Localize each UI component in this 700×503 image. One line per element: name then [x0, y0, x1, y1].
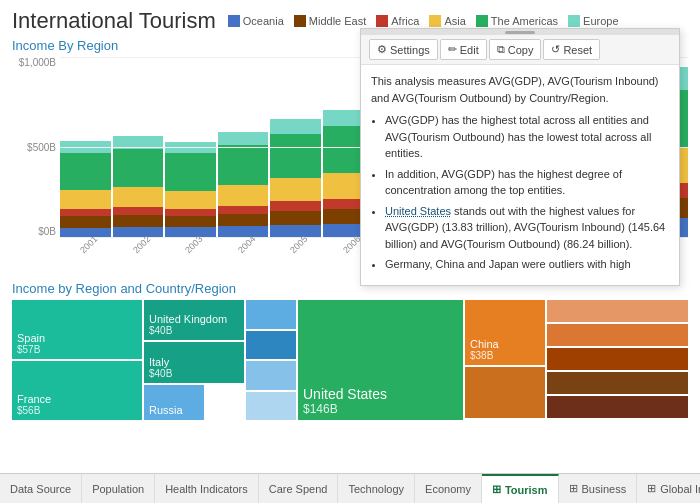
popup-toolbar: ⚙ Settings ✏ Edit ⧉ Copy ↺ Reset [361, 35, 679, 65]
legend-item: Africa [376, 15, 419, 27]
tab-icon: ⊞ [569, 482, 578, 495]
tab-label: Tourism [505, 484, 548, 496]
tab-item-data-source[interactable]: Data Source [0, 474, 82, 503]
edit-button[interactable]: ✏ Edit [440, 39, 487, 60]
legend-label: Africa [391, 15, 419, 27]
treemap-container: Spain$57BFrance$56BUnited Kingdom$40BIta… [12, 300, 688, 420]
bar-segment [270, 119, 321, 134]
tab-item-global-indica[interactable]: ⊞Global Indica [637, 474, 700, 503]
tab-label: Population [92, 483, 144, 495]
settings-icon: ⚙ [377, 43, 387, 56]
bar-segment [270, 201, 321, 210]
legend-label: Oceania [243, 15, 284, 27]
cell-name: Spain [17, 332, 137, 344]
y-axis-label: $500B [27, 142, 56, 153]
legend-label: Europe [583, 15, 618, 27]
y-axis-label: $0B [38, 226, 56, 237]
reset-icon: ↺ [551, 43, 560, 56]
bar-segment [218, 185, 269, 206]
treemap-cell-right[interactable] [547, 396, 688, 418]
tab-item-tourism[interactable]: ⊞Tourism [482, 474, 559, 503]
bar-segment [218, 145, 269, 185]
bar-segment [165, 191, 216, 210]
treemap-cell-right[interactable] [547, 324, 688, 346]
treemap-cell-small[interactable] [246, 331, 296, 360]
tab-label: Business [582, 483, 627, 495]
tab-label: Technology [348, 483, 404, 495]
legend-color [568, 15, 580, 27]
analysis-popup: ⚙ Settings ✏ Edit ⧉ Copy ↺ Reset This an… [360, 28, 680, 286]
bar-group[interactable] [270, 119, 321, 237]
treemap-col-right [547, 300, 688, 420]
bar-segment [60, 153, 111, 190]
treemap-cell-small2[interactable] [465, 367, 545, 418]
popup-content: This analysis measures AVG(GDP), AVG(Tou… [361, 65, 679, 285]
tab-item-care-spend[interactable]: Care Spend [259, 474, 339, 503]
tab-label: Health Indicators [165, 483, 248, 495]
treemap-cell-right[interactable] [547, 348, 688, 370]
tab-label: Data Source [10, 483, 71, 495]
copy-button[interactable]: ⧉ Copy [489, 39, 542, 60]
bar-segment [113, 187, 164, 207]
legend-color [476, 15, 488, 27]
tab-label: Care Spend [269, 483, 328, 495]
cell-name: United States [303, 386, 458, 402]
treemap-col-3 [246, 300, 296, 420]
bar-segment [270, 134, 321, 178]
cell-name: China [470, 338, 540, 350]
treemap-cell[interactable]: United Kingdom$40B [144, 300, 244, 340]
page-title: International Tourism [12, 8, 216, 34]
treemap-cell[interactable]: Italy$40B [144, 342, 244, 382]
cell-value: $40B [149, 325, 239, 336]
bar-segment [113, 207, 164, 214]
treemap-cell[interactable]: France$56B [12, 361, 142, 420]
cell-name: France [17, 393, 137, 405]
popup-bullet-item: Germany, China and Japan were outliers w… [385, 256, 669, 273]
legend-item: The Americas [476, 15, 558, 27]
edit-icon: ✏ [448, 43, 457, 56]
legend-item: Europe [568, 15, 618, 27]
bar-segment [165, 153, 216, 190]
tab-icon: ⊞ [492, 483, 501, 496]
popup-description: This analysis measures AVG(GDP), AVG(Tou… [371, 73, 669, 106]
bar-segment [60, 190, 111, 209]
treemap-cell-right[interactable] [547, 300, 688, 322]
treemap-col-china: China$38B [465, 300, 545, 420]
treemap-cell[interactable]: Russia [144, 385, 204, 420]
settings-button[interactable]: ⚙ Settings [369, 39, 438, 60]
treemap-cell[interactable]: Spain$57B [12, 300, 142, 359]
copy-icon: ⧉ [497, 43, 505, 56]
legend-label: Asia [444, 15, 465, 27]
treemap-cell-united-states[interactable]: United States$146B [298, 300, 463, 420]
tab-item-population[interactable]: Population [82, 474, 155, 503]
bar-group[interactable] [218, 132, 269, 237]
legend-color [376, 15, 388, 27]
legend-label: Middle East [309, 15, 366, 27]
reset-button[interactable]: ↺ Reset [543, 39, 600, 60]
tab-icon: ⊞ [647, 482, 656, 495]
y-axis: $1,000B$500B$0B [12, 57, 60, 237]
y-axis-label: $1,000B [19, 57, 56, 68]
tab-item-health-indicators[interactable]: Health Indicators [155, 474, 259, 503]
popup-bullet-list: AVG(GDP) has the highest total across al… [371, 112, 669, 273]
tab-item-business[interactable]: ⊞Business [559, 474, 638, 503]
treemap-cell-small[interactable] [246, 392, 296, 421]
bar-segment [218, 206, 269, 214]
cell-value: $56B [17, 405, 137, 416]
treemap-cell-right[interactable] [547, 372, 688, 394]
treemap-cell-small[interactable] [246, 361, 296, 390]
legend-color [228, 15, 240, 27]
cell-value: $57B [17, 344, 137, 355]
bar-segment [218, 132, 269, 145]
highlight-link: United States [385, 205, 451, 217]
tab-item-technology[interactable]: Technology [338, 474, 415, 503]
bar-segment [60, 141, 111, 153]
tab-item-economy[interactable]: Economy [415, 474, 482, 503]
cell-value: $40B [149, 368, 239, 379]
popup-bullet-item: United States stands out with the highes… [385, 203, 669, 253]
bar-segment [270, 178, 321, 201]
cell-value: $146B [303, 402, 458, 416]
treemap-section: Income by Region and Country/Region Spai… [0, 281, 700, 420]
treemap-cell-small[interactable] [246, 300, 296, 329]
treemap-cell-china[interactable]: China$38B [465, 300, 545, 365]
